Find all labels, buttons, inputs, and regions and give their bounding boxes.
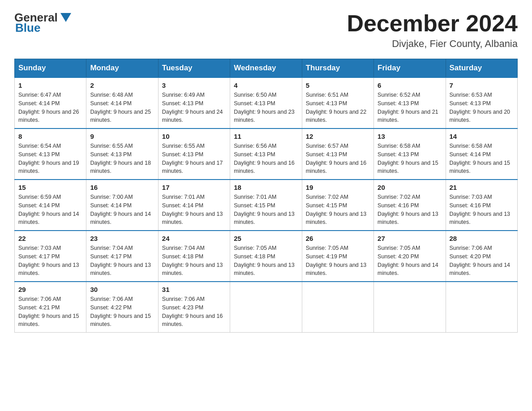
sunset-text: Sunset: 4:16 PM bbox=[378, 201, 442, 210]
sunrise-text: Sunrise: 6:58 AM bbox=[378, 142, 442, 150]
day-info: Sunrise: 7:06 AM Sunset: 4:23 PM Dayligh… bbox=[162, 295, 226, 329]
sunset-text: Sunset: 4:15 PM bbox=[234, 201, 298, 210]
daylight-text: Daylight: 9 hours and 13 minutes. bbox=[378, 210, 442, 227]
sunset-text: Sunset: 4:20 PM bbox=[450, 253, 514, 261]
day-number: 14 bbox=[450, 133, 514, 140]
daylight-text: Daylight: 9 hours and 13 minutes. bbox=[234, 210, 298, 227]
day-info: Sunrise: 6:56 AM Sunset: 4:13 PM Dayligh… bbox=[234, 142, 298, 176]
sunrise-text: Sunrise: 7:01 AM bbox=[162, 193, 226, 201]
daylight-text: Daylight: 9 hours and 15 minutes. bbox=[90, 312, 154, 329]
sunset-text: Sunset: 4:13 PM bbox=[450, 99, 514, 108]
day-number: 24 bbox=[162, 235, 226, 242]
calendar-cell: 3 Sunrise: 6:49 AM Sunset: 4:13 PM Dayli… bbox=[158, 77, 230, 128]
day-info: Sunrise: 6:47 AM Sunset: 4:14 PM Dayligh… bbox=[18, 91, 82, 124]
day-info: Sunrise: 6:58 AM Sunset: 4:13 PM Dayligh… bbox=[378, 142, 442, 176]
day-info: Sunrise: 7:01 AM Sunset: 4:14 PM Dayligh… bbox=[162, 193, 226, 227]
sunrise-text: Sunrise: 6:53 AM bbox=[450, 91, 514, 99]
sunset-text: Sunset: 4:13 PM bbox=[234, 150, 298, 159]
daylight-text: Daylight: 9 hours and 21 minutes. bbox=[378, 108, 442, 125]
daylight-text: Daylight: 9 hours and 22 minutes. bbox=[306, 108, 370, 125]
daylight-text: Daylight: 9 hours and 14 minutes. bbox=[450, 261, 514, 278]
svg-marker-0 bbox=[60, 13, 71, 22]
sunrise-text: Sunrise: 6:47 AM bbox=[18, 91, 82, 99]
sunset-text: Sunset: 4:21 PM bbox=[18, 304, 82, 312]
calendar-cell: 24 Sunrise: 7:04 AM Sunset: 4:18 PM Dayl… bbox=[158, 231, 230, 282]
daylight-text: Daylight: 9 hours and 15 minutes. bbox=[450, 159, 514, 176]
sunrise-text: Sunrise: 7:03 AM bbox=[18, 244, 82, 253]
calendar-cell: 7 Sunrise: 6:53 AM Sunset: 4:13 PM Dayli… bbox=[446, 77, 517, 128]
calendar-cell: 12 Sunrise: 6:57 AM Sunset: 4:13 PM Dayl… bbox=[302, 128, 373, 180]
day-info: Sunrise: 7:00 AM Sunset: 4:14 PM Dayligh… bbox=[90, 193, 154, 227]
sunset-text: Sunset: 4:22 PM bbox=[90, 304, 154, 312]
sunrise-text: Sunrise: 6:54 AM bbox=[18, 142, 82, 150]
day-number: 3 bbox=[162, 81, 226, 89]
day-number: 6 bbox=[378, 81, 442, 89]
day-info: Sunrise: 7:05 AM Sunset: 4:20 PM Dayligh… bbox=[378, 244, 442, 278]
column-header-monday: Monday bbox=[86, 59, 158, 78]
day-info: Sunrise: 6:53 AM Sunset: 4:13 PM Dayligh… bbox=[450, 91, 514, 124]
day-info: Sunrise: 6:55 AM Sunset: 4:13 PM Dayligh… bbox=[90, 142, 154, 176]
sunrise-text: Sunrise: 6:55 AM bbox=[162, 142, 226, 150]
day-info: Sunrise: 6:57 AM Sunset: 4:13 PM Dayligh… bbox=[306, 142, 370, 176]
day-info: Sunrise: 7:04 AM Sunset: 4:17 PM Dayligh… bbox=[90, 244, 154, 278]
calendar-cell bbox=[230, 282, 302, 333]
day-info: Sunrise: 7:02 AM Sunset: 4:16 PM Dayligh… bbox=[378, 193, 442, 227]
sunset-text: Sunset: 4:13 PM bbox=[306, 150, 370, 159]
daylight-text: Daylight: 9 hours and 17 minutes. bbox=[162, 159, 226, 176]
sunset-text: Sunset: 4:13 PM bbox=[306, 99, 370, 108]
day-number: 21 bbox=[450, 184, 514, 191]
calendar-cell: 27 Sunrise: 7:05 AM Sunset: 4:20 PM Dayl… bbox=[374, 231, 446, 282]
calendar-cell bbox=[446, 282, 517, 333]
day-number: 26 bbox=[306, 235, 370, 242]
column-header-tuesday: Tuesday bbox=[158, 59, 230, 78]
day-info: Sunrise: 7:05 AM Sunset: 4:19 PM Dayligh… bbox=[306, 244, 370, 278]
calendar-header-row: SundayMondayTuesdayWednesdayThursdayFrid… bbox=[15, 59, 518, 78]
daylight-text: Daylight: 9 hours and 13 minutes. bbox=[450, 210, 514, 227]
sunset-text: Sunset: 4:23 PM bbox=[162, 304, 226, 312]
day-number: 12 bbox=[306, 133, 370, 140]
sunset-text: Sunset: 4:14 PM bbox=[18, 99, 82, 108]
calendar-cell: 29 Sunrise: 7:06 AM Sunset: 4:21 PM Dayl… bbox=[15, 282, 86, 333]
sunset-text: Sunset: 4:14 PM bbox=[162, 201, 226, 210]
calendar-week-row: 22 Sunrise: 7:03 AM Sunset: 4:17 PM Dayl… bbox=[15, 231, 518, 282]
sunrise-text: Sunrise: 6:48 AM bbox=[90, 91, 154, 99]
sunrise-text: Sunrise: 7:06 AM bbox=[90, 295, 154, 304]
daylight-text: Daylight: 9 hours and 13 minutes. bbox=[162, 261, 226, 278]
day-info: Sunrise: 7:06 AM Sunset: 4:21 PM Dayligh… bbox=[18, 295, 82, 329]
sunset-text: Sunset: 4:14 PM bbox=[90, 99, 154, 108]
month-title: December 2024 bbox=[347, 11, 518, 36]
sunrise-text: Sunrise: 6:49 AM bbox=[162, 91, 226, 99]
day-info: Sunrise: 7:01 AM Sunset: 4:15 PM Dayligh… bbox=[234, 193, 298, 227]
daylight-text: Daylight: 9 hours and 13 minutes. bbox=[90, 261, 154, 278]
sunrise-text: Sunrise: 7:06 AM bbox=[162, 295, 226, 304]
calendar-cell: 4 Sunrise: 6:50 AM Sunset: 4:13 PM Dayli… bbox=[230, 77, 302, 128]
page-header: General Blue December 2024 Divjake, Fier… bbox=[14, 11, 518, 50]
day-number: 29 bbox=[18, 286, 82, 293]
day-info: Sunrise: 6:54 AM Sunset: 4:13 PM Dayligh… bbox=[18, 142, 82, 176]
daylight-text: Daylight: 9 hours and 16 minutes. bbox=[162, 312, 226, 329]
calendar-cell: 28 Sunrise: 7:06 AM Sunset: 4:20 PM Dayl… bbox=[446, 231, 517, 282]
calendar-cell: 17 Sunrise: 7:01 AM Sunset: 4:14 PM Dayl… bbox=[158, 180, 230, 231]
day-number: 23 bbox=[90, 235, 154, 242]
daylight-text: Daylight: 9 hours and 16 minutes. bbox=[306, 159, 370, 176]
sunrise-text: Sunrise: 7:04 AM bbox=[90, 244, 154, 253]
sunrise-text: Sunrise: 6:58 AM bbox=[450, 142, 514, 150]
calendar-cell: 2 Sunrise: 6:48 AM Sunset: 4:14 PM Dayli… bbox=[86, 77, 158, 128]
day-info: Sunrise: 6:55 AM Sunset: 4:13 PM Dayligh… bbox=[162, 142, 226, 176]
calendar-cell: 13 Sunrise: 6:58 AM Sunset: 4:13 PM Dayl… bbox=[374, 128, 446, 180]
sunset-text: Sunset: 4:14 PM bbox=[450, 150, 514, 159]
calendar-week-row: 15 Sunrise: 6:59 AM Sunset: 4:14 PM Dayl… bbox=[15, 180, 518, 231]
sunset-text: Sunset: 4:13 PM bbox=[378, 99, 442, 108]
calendar-cell: 1 Sunrise: 6:47 AM Sunset: 4:14 PM Dayli… bbox=[15, 77, 86, 128]
day-info: Sunrise: 6:59 AM Sunset: 4:14 PM Dayligh… bbox=[18, 193, 82, 227]
day-info: Sunrise: 7:06 AM Sunset: 4:20 PM Dayligh… bbox=[450, 244, 514, 278]
day-number: 16 bbox=[90, 184, 154, 191]
daylight-text: Daylight: 9 hours and 13 minutes. bbox=[306, 261, 370, 278]
calendar-cell: 31 Sunrise: 7:06 AM Sunset: 4:23 PM Dayl… bbox=[158, 282, 230, 333]
calendar-cell: 22 Sunrise: 7:03 AM Sunset: 4:17 PM Dayl… bbox=[15, 231, 86, 282]
day-info: Sunrise: 6:50 AM Sunset: 4:13 PM Dayligh… bbox=[234, 91, 298, 124]
sunrise-text: Sunrise: 7:03 AM bbox=[450, 193, 514, 201]
calendar-cell: 15 Sunrise: 6:59 AM Sunset: 4:14 PM Dayl… bbox=[15, 180, 86, 231]
daylight-text: Daylight: 9 hours and 23 minutes. bbox=[234, 108, 298, 125]
day-number: 30 bbox=[90, 286, 154, 293]
